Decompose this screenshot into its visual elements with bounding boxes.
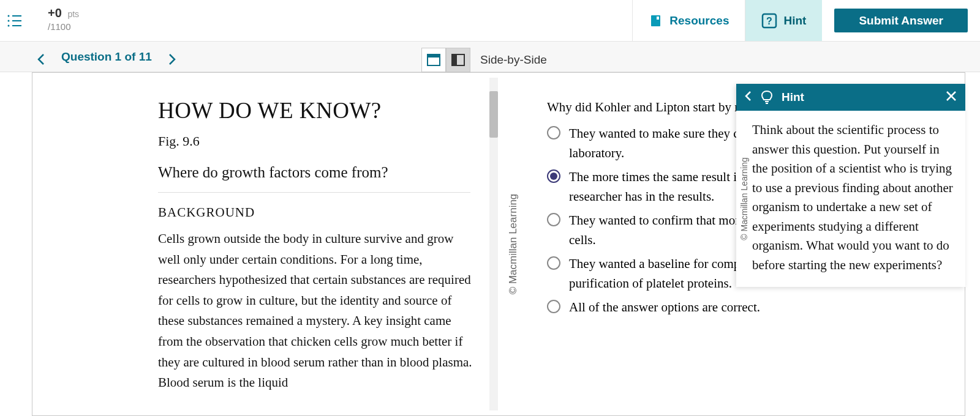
doc-subtitle: Where do growth factors come from? [158, 164, 477, 181]
split-view-icon [451, 54, 465, 66]
hint-panel-title: Hint [782, 91, 937, 104]
svg-point-2 [8, 20, 10, 21]
radio-button[interactable] [547, 300, 560, 313]
single-view-icon [427, 54, 440, 66]
copyright-left: © Macmillan Learning [498, 73, 529, 415]
hint-label: Hint [783, 14, 806, 28]
hint-panel: Hint © Macmillan Learning Think about th… [736, 84, 965, 287]
view-split-button[interactable] [446, 48, 470, 72]
points-display: +0 pts /1100 [29, 0, 632, 41]
close-icon [946, 91, 957, 102]
doc-title: HOW DO WE KNOW? [158, 97, 477, 124]
points-total: /1100 [48, 21, 614, 32]
svg-rect-11 [428, 54, 440, 58]
background-text: Cells grown outside the body in culture … [158, 229, 477, 393]
prev-question-button[interactable] [37, 53, 45, 61]
svg-rect-13 [452, 54, 457, 65]
lightbulb-icon [761, 90, 773, 105]
divider [158, 192, 470, 193]
scrollbar-track[interactable] [489, 78, 498, 410]
radio-button[interactable] [547, 213, 560, 226]
chevron-left-icon [745, 91, 752, 102]
hint-button[interactable]: ? Hint [745, 0, 822, 41]
submit-answer-button[interactable]: Submit Answer [834, 9, 968, 32]
next-question-button[interactable] [168, 53, 176, 61]
copyright-hint: © Macmillan Learning [736, 111, 752, 287]
hint-close-button[interactable] [946, 89, 957, 105]
svg-text:?: ? [767, 16, 773, 26]
radio-button[interactable] [547, 256, 560, 270]
background-heading: BACKGROUND [158, 205, 477, 220]
svg-point-0 [8, 15, 10, 17]
view-single-button[interactable] [421, 48, 446, 72]
radio-button[interactable] [547, 126, 560, 139]
hint-back-button[interactable] [745, 91, 752, 104]
hint-body-text: Think about the scientific process to an… [752, 111, 965, 287]
question-counter: Question 1 of 11 [61, 50, 152, 64]
points-earned: +0 [48, 6, 62, 20]
points-suffix: pts [67, 9, 79, 19]
menu-button[interactable] [0, 0, 29, 41]
option-text: All of the answer options are correct. [569, 297, 946, 318]
document-pane: HOW DO WE KNOW? Fig. 9.6 Where do growth… [32, 73, 498, 415]
svg-point-4 [8, 24, 10, 26]
resources-button[interactable]: Resources [632, 0, 745, 41]
hint-question-icon: ? [761, 13, 777, 29]
radio-button[interactable] [547, 169, 560, 183]
scrollbar-thumb[interactable] [489, 91, 498, 138]
option-row[interactable]: All of the answer options are correct. [547, 297, 946, 318]
resources-label: Resources [669, 14, 729, 28]
figure-label: Fig. 9.6 [158, 133, 477, 149]
svg-rect-7 [657, 17, 659, 20]
book-icon [649, 13, 663, 28]
view-mode-label: Side-by-Side [480, 53, 547, 67]
